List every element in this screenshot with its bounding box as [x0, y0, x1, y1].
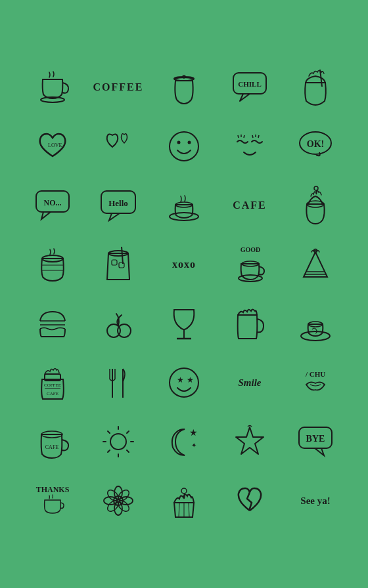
cell-coffee-wrap: [20, 235, 85, 294]
cell-no-bubble: NO...: [20, 176, 85, 235]
cell-star-outline: [217, 412, 283, 471]
cell-chu-text: / CHU: [283, 353, 348, 412]
svg-text:LOVE: LOVE: [48, 142, 62, 148]
svg-text:✦: ✦: [191, 442, 196, 449]
svg-point-79: [116, 499, 131, 514]
svg-text:★: ★: [187, 375, 194, 385]
svg-text:CAFE: CAFE: [45, 444, 58, 450]
see-ya-label: See ya!: [300, 495, 330, 507]
cell-coffee-saucer: [151, 176, 217, 235]
chu-container: / CHU: [304, 370, 327, 395]
cell-cool-smiley: ★ ★: [151, 353, 217, 412]
svg-point-22: [170, 213, 198, 220]
cell-wavy-face: [217, 117, 283, 176]
svg-text:CHILL: CHILL: [238, 80, 261, 88]
svg-line-63: [108, 431, 110, 433]
svg-line-65: [127, 431, 129, 433]
cell-sun: [85, 412, 151, 471]
cell-cake-slice: [283, 235, 348, 294]
svg-line-10: [238, 135, 239, 138]
svg-point-7: [170, 132, 198, 161]
cell-broken-heart: [217, 471, 283, 530]
svg-line-28: [122, 247, 123, 264]
cell-cafe-mug: CAFE: [20, 412, 85, 471]
svg-text:CAFE: CAFE: [47, 391, 58, 396]
svg-line-81: [179, 503, 179, 517]
svg-point-25: [314, 186, 318, 190]
emoji-grid: COFFEE CHILL: [13, 45, 355, 543]
svg-text:COFFEE: COFFEE: [44, 383, 61, 388]
cell-chill-bubble: CHILL: [217, 58, 283, 117]
svg-point-8: [177, 141, 181, 144]
thanks-label: THANKS: [36, 485, 70, 495]
cell-see-ya-text: See ya!: [283, 471, 348, 530]
cell-burger: [20, 294, 85, 353]
svg-line-64: [127, 450, 129, 452]
cell-moon-star: ★ ✦: [151, 412, 217, 471]
cell-bye-bubble: BYE: [283, 412, 348, 471]
svg-rect-29: [112, 260, 117, 265]
cell-cupcake: [151, 471, 217, 530]
cell-xoxo-text: xoxo: [151, 235, 217, 294]
svg-text:BYE: BYE: [306, 434, 325, 444]
svg-text:NO...: NO...: [44, 198, 62, 207]
svg-point-53: [170, 368, 198, 397]
cell-coffee-cup: [20, 58, 85, 117]
coffee-label: COFFEE: [93, 81, 144, 93]
svg-line-13: [252, 135, 253, 138]
xoxo-label: xoxo: [172, 259, 196, 270]
svg-text:★: ★: [177, 375, 184, 385]
cell-flower: [85, 471, 151, 530]
svg-line-66: [108, 450, 110, 452]
cell-smile-text: Smile: [217, 353, 283, 412]
cell-iced-drink: [85, 235, 151, 294]
cell-ok-bubble: OK!: [283, 117, 348, 176]
cell-thanks-text: THANKS: [20, 471, 85, 530]
cell-love-heart: LOVE: [20, 117, 85, 176]
svg-point-84: [181, 488, 187, 494]
svg-line-12: [244, 135, 244, 138]
svg-marker-69: [236, 427, 264, 454]
svg-text:Hello: Hello: [108, 198, 128, 208]
cell-fancy-coffee: [283, 294, 348, 353]
cell-cherries: [85, 294, 151, 353]
cell-hello-bubble: Hello: [85, 176, 151, 235]
cell-fork-knife: [85, 353, 151, 412]
smile-label: Smile: [238, 377, 261, 388]
svg-point-9: [188, 141, 191, 144]
svg-line-15: [258, 135, 259, 138]
svg-text:★: ★: [189, 427, 198, 438]
cell-wine-glass: [151, 294, 217, 353]
svg-text:OK!: OK!: [307, 139, 324, 149]
thanks-container: THANKS: [36, 485, 70, 517]
cell-sundae: [283, 176, 348, 235]
cell-small-hearts: [85, 117, 151, 176]
svg-point-58: [110, 434, 126, 450]
cell-whipped-coffee-jar: COFFEE CAFE: [20, 353, 85, 412]
cell-cafe-text: CAFE: [217, 176, 283, 235]
cell-beer-mug: [217, 294, 283, 353]
cell-coffee-text: COFFEE: [85, 58, 151, 117]
chu-label: / CHU: [304, 370, 327, 378]
svg-text:GOOD: GOOD: [240, 246, 260, 253]
svg-line-83: [189, 503, 189, 517]
cafe-label: CAFE: [233, 200, 267, 211]
cell-good-coffee: GOOD: [217, 235, 283, 294]
cell-frappuccino: [283, 58, 348, 117]
cell-smiley: [151, 117, 217, 176]
cell-takeout-cup: [151, 58, 217, 117]
